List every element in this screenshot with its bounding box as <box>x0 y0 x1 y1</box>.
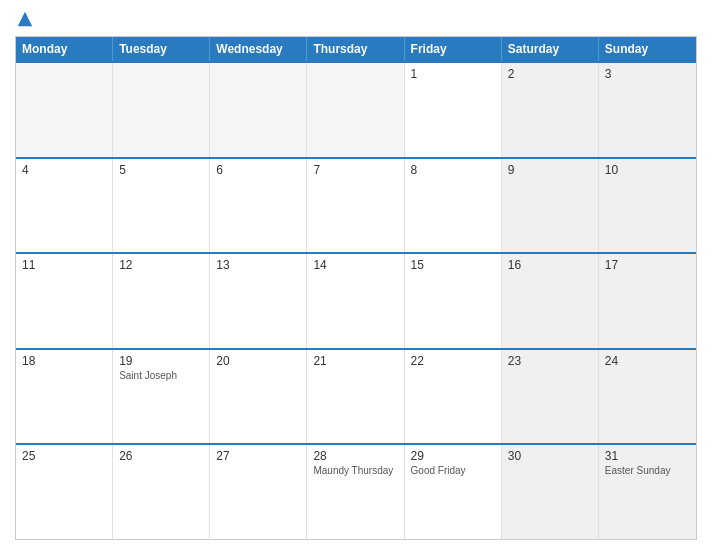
weekday-header: Tuesday <box>113 37 210 61</box>
calendar-body: 12345678910111213141516171819Saint Josep… <box>16 61 696 539</box>
weekday-header: Saturday <box>502 37 599 61</box>
svg-marker-0 <box>18 12 32 26</box>
day-number: 29 <box>411 449 495 463</box>
calendar: MondayTuesdayWednesdayThursdayFridaySatu… <box>15 36 697 540</box>
calendar-cell: 15 <box>405 254 502 348</box>
calendar-cell: 28Maundy Thursday <box>307 445 404 539</box>
holiday-label: Maundy Thursday <box>313 465 397 477</box>
day-number: 21 <box>313 354 397 368</box>
calendar-cell: 19Saint Joseph <box>113 350 210 444</box>
calendar-cell: 27 <box>210 445 307 539</box>
weekday-header: Sunday <box>599 37 696 61</box>
calendar-cell: 7 <box>307 159 404 253</box>
weekday-header: Monday <box>16 37 113 61</box>
weekday-header: Thursday <box>307 37 404 61</box>
calendar-cell: 16 <box>502 254 599 348</box>
day-number: 18 <box>22 354 106 368</box>
day-number: 14 <box>313 258 397 272</box>
day-number: 5 <box>119 163 203 177</box>
calendar-cell: 9 <box>502 159 599 253</box>
calendar-cell <box>113 63 210 157</box>
day-number: 23 <box>508 354 592 368</box>
holiday-label: Good Friday <box>411 465 495 477</box>
logo <box>15 10 34 28</box>
calendar-row: 1819Saint Joseph2021222324 <box>16 348 696 444</box>
day-number: 30 <box>508 449 592 463</box>
calendar-cell: 8 <box>405 159 502 253</box>
day-number: 20 <box>216 354 300 368</box>
calendar-cell: 12 <box>113 254 210 348</box>
weekday-header: Friday <box>405 37 502 61</box>
calendar-cell: 17 <box>599 254 696 348</box>
day-number: 9 <box>508 163 592 177</box>
day-number: 17 <box>605 258 690 272</box>
day-number: 8 <box>411 163 495 177</box>
day-number: 1 <box>411 67 495 81</box>
calendar-cell: 22 <box>405 350 502 444</box>
calendar-cell: 23 <box>502 350 599 444</box>
day-number: 25 <box>22 449 106 463</box>
header <box>15 10 697 28</box>
calendar-header: MondayTuesdayWednesdayThursdayFridaySatu… <box>16 37 696 61</box>
calendar-cell: 20 <box>210 350 307 444</box>
day-number: 7 <box>313 163 397 177</box>
weekday-header: Wednesday <box>210 37 307 61</box>
day-number: 15 <box>411 258 495 272</box>
calendar-row: 11121314151617 <box>16 252 696 348</box>
calendar-row: 45678910 <box>16 157 696 253</box>
calendar-cell: 21 <box>307 350 404 444</box>
day-number: 4 <box>22 163 106 177</box>
day-number: 16 <box>508 258 592 272</box>
holiday-label: Saint Joseph <box>119 370 203 382</box>
calendar-cell: 2 <box>502 63 599 157</box>
calendar-cell: 13 <box>210 254 307 348</box>
calendar-cell: 6 <box>210 159 307 253</box>
day-number: 12 <box>119 258 203 272</box>
calendar-cell: 18 <box>16 350 113 444</box>
day-number: 13 <box>216 258 300 272</box>
calendar-cell: 26 <box>113 445 210 539</box>
calendar-cell: 3 <box>599 63 696 157</box>
calendar-cell <box>16 63 113 157</box>
calendar-cell: 24 <box>599 350 696 444</box>
calendar-cell: 31Easter Sunday <box>599 445 696 539</box>
calendar-cell: 30 <box>502 445 599 539</box>
day-number: 6 <box>216 163 300 177</box>
day-number: 26 <box>119 449 203 463</box>
calendar-cell: 29Good Friday <box>405 445 502 539</box>
calendar-cell: 1 <box>405 63 502 157</box>
day-number: 28 <box>313 449 397 463</box>
day-number: 2 <box>508 67 592 81</box>
calendar-cell: 5 <box>113 159 210 253</box>
calendar-cell: 10 <box>599 159 696 253</box>
day-number: 19 <box>119 354 203 368</box>
calendar-row: 123 <box>16 61 696 157</box>
day-number: 3 <box>605 67 690 81</box>
calendar-cell: 25 <box>16 445 113 539</box>
logo-icon <box>16 10 34 28</box>
day-number: 11 <box>22 258 106 272</box>
calendar-cell: 14 <box>307 254 404 348</box>
day-number: 10 <box>605 163 690 177</box>
day-number: 27 <box>216 449 300 463</box>
day-number: 22 <box>411 354 495 368</box>
calendar-cell: 4 <box>16 159 113 253</box>
calendar-cell: 11 <box>16 254 113 348</box>
holiday-label: Easter Sunday <box>605 465 690 477</box>
calendar-cell <box>307 63 404 157</box>
calendar-cell <box>210 63 307 157</box>
calendar-row: 25262728Maundy Thursday29Good Friday3031… <box>16 443 696 539</box>
page: MondayTuesdayWednesdayThursdayFridaySatu… <box>0 0 712 550</box>
day-number: 24 <box>605 354 690 368</box>
day-number: 31 <box>605 449 690 463</box>
